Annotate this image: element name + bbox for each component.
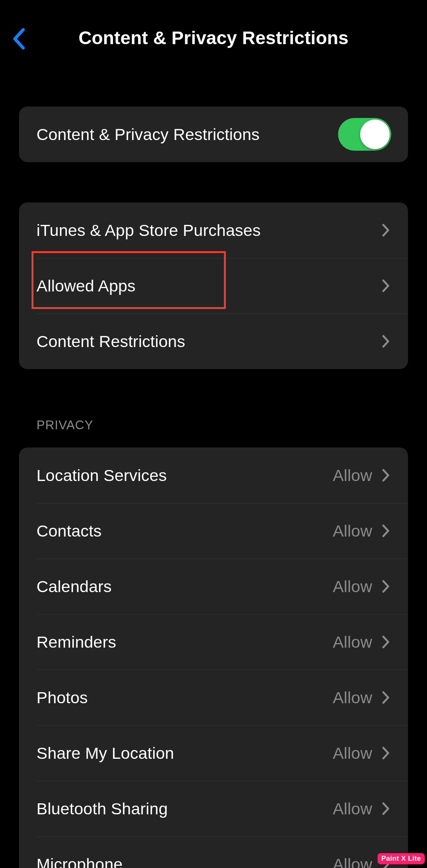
chevron-right-icon <box>381 800 391 817</box>
row-label: Reminders <box>37 633 116 651</box>
chevron-right-icon <box>381 689 391 706</box>
chevron-right-icon <box>381 467 391 484</box>
chevron-right-icon <box>381 333 391 350</box>
watermark-badge: Paint X Lite <box>378 853 425 864</box>
row-contacts[interactable]: Contacts Allow <box>19 503 408 559</box>
row-value: Allow <box>333 466 372 485</box>
row-label: iTunes & App Store Purchases <box>37 221 261 240</box>
row-bluetooth-sharing[interactable]: Bluetooth Sharing Allow <box>19 781 408 836</box>
row-value: Allow <box>333 855 372 868</box>
page-header: Content & Privacy Restrictions <box>0 0 427 68</box>
chevron-right-icon <box>381 522 391 539</box>
row-value: Allow <box>333 744 372 763</box>
row-reminders[interactable]: Reminders Allow <box>19 614 408 670</box>
row-label: Allowed Apps <box>37 277 136 295</box>
row-label: Content Restrictions <box>37 332 185 351</box>
toggle-label: Content & Privacy Restrictions <box>37 125 260 144</box>
group-privacy: Location Services Allow Contacts Allow C… <box>19 448 408 868</box>
row-label: Bluetooth Sharing <box>37 800 168 818</box>
row-itunes-purchases[interactable]: iTunes & App Store Purchases <box>19 202 408 258</box>
row-value: Allow <box>333 577 372 596</box>
row-label: Microphone <box>37 855 123 868</box>
chevron-right-icon <box>381 277 391 294</box>
row-content-restrictions[interactable]: Content Restrictions <box>19 314 408 369</box>
row-label: Photos <box>37 688 88 707</box>
row-label: Calendars <box>37 577 112 596</box>
row-location-services[interactable]: Location Services Allow <box>19 448 408 503</box>
row-value: Allow <box>333 800 372 818</box>
toggle-switch[interactable] <box>338 118 391 151</box>
row-photos[interactable]: Photos Allow <box>19 670 408 725</box>
back-button[interactable] <box>9 27 29 50</box>
chevron-right-icon <box>381 634 391 650</box>
row-content-privacy-toggle[interactable]: Content & Privacy Restrictions <box>19 107 408 162</box>
chevron-right-icon <box>381 745 391 761</box>
row-share-my-location[interactable]: Share My Location Allow <box>19 725 408 781</box>
row-microphone[interactable]: Microphone Allow <box>19 836 408 868</box>
row-value: Allow <box>333 688 372 707</box>
row-calendars[interactable]: Calendars Allow <box>19 559 408 614</box>
row-value: Allow <box>333 633 372 651</box>
section-header-privacy: PRIVACY <box>37 418 427 432</box>
group-nav: iTunes & App Store Purchases Allowed App… <box>19 202 408 369</box>
toggle-knob <box>360 119 390 149</box>
page-title: Content & Privacy Restrictions <box>78 27 348 48</box>
group-main-toggle: Content & Privacy Restrictions <box>19 107 408 162</box>
chevron-right-icon <box>381 222 391 239</box>
row-label: Share My Location <box>37 744 174 763</box>
row-allowed-apps[interactable]: Allowed Apps <box>19 258 408 314</box>
chevron-right-icon <box>381 578 391 595</box>
row-label: Contacts <box>37 522 102 540</box>
chevron-left-icon <box>13 28 25 49</box>
row-value: Allow <box>333 522 372 540</box>
row-label: Location Services <box>37 466 167 485</box>
